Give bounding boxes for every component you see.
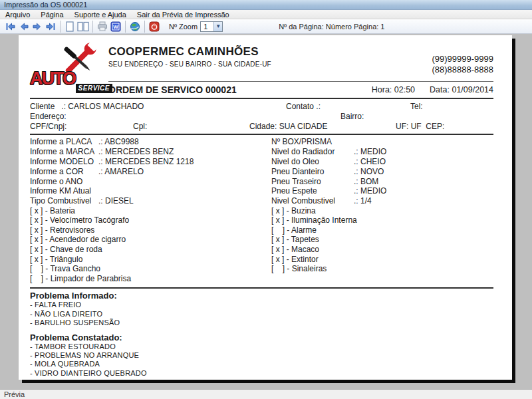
checklist-item: [ ] - Alarme: [271, 225, 493, 235]
zoom-select[interactable]: 1 ▼: [200, 21, 223, 32]
last-page-button[interactable]: [44, 21, 57, 33]
field-value: .: MERCEDES BENZ: [98, 147, 174, 156]
exit-preview-button[interactable]: [148, 21, 161, 33]
export-word-button[interactable]: W: [109, 21, 122, 33]
field-label: Nº BOX/PRISMA: [271, 137, 354, 146]
company-phone-2: (88)88888-8888: [432, 65, 493, 75]
preview-area: AUTO SERVICE COOPERMEC CAMINHÕES SEU END…: [0, 35, 532, 389]
menu-item-pagina[interactable]: Página: [41, 11, 63, 19]
order-time: Hora: 02:50: [372, 85, 415, 94]
window-titlebar[interactable]: Impressão da OS 000021: [0, 0, 532, 10]
divider: [30, 134, 493, 135]
checklist-item: [ ] - Trava Gancho: [30, 264, 271, 274]
print-button[interactable]: [96, 21, 109, 33]
order-date: Data: 01/09/2014: [430, 85, 493, 94]
first-page-button[interactable]: [4, 21, 17, 33]
printer-icon: [97, 21, 108, 31]
checklist-item: [ x ] - Iluminação Interna: [271, 215, 493, 225]
section-title: Problema Constatado:: [30, 332, 493, 342]
section-item: - MOLA QUEBRADA: [30, 360, 493, 368]
checklist-item: [ x ] - Bateria: [30, 206, 271, 216]
header-right: COOPERMEC CAMINHÕES SEU ENDEREÇO - SEU B…: [108, 40, 493, 98]
field-label: Nivel do Oleo: [271, 157, 354, 166]
document-page: AUTO SERVICE COOPERMEC CAMINHÕES SEU END…: [19, 35, 512, 380]
first-page-icon: [5, 22, 16, 31]
menu-item-arquivo[interactable]: Arquivo: [5, 11, 30, 19]
menu-bar: Arquivo Página Suporte e Ajuda Sair da P…: [0, 10, 532, 19]
company-phone-1: (99)99999-9999: [432, 54, 493, 65]
client-address: Endereço:: [30, 112, 66, 121]
field-value: .: 1/4: [354, 196, 372, 205]
client-cpl: Cpl:: [133, 122, 147, 131]
logo-text-auto: AUTO: [30, 68, 75, 89]
single-page-icon: [65, 21, 74, 32]
client-city: Cidade: SUA CIDADE: [249, 122, 327, 131]
field-value: .: CHEIO: [354, 157, 386, 166]
field-label: Informe o ANO: [30, 177, 98, 186]
prev-page-button[interactable]: [17, 21, 31, 33]
web-button[interactable]: [128, 21, 142, 33]
field-label: Pneu Espete: [271, 186, 354, 196]
divider: [30, 287, 493, 289]
status-text: Prévia: [4, 390, 25, 398]
divider: [30, 98, 493, 99]
window-title: Impressão da OS 000021: [4, 1, 87, 9]
checklist-item: [ x ] - Tapetes: [271, 235, 493, 245]
globe-icon: [130, 21, 140, 32]
toolbar-separator: [144, 21, 145, 33]
field-value: .: MEDIO: [354, 186, 386, 196]
section-item: - BARULHO SUSPENSÃO: [30, 319, 493, 327]
section-item: - PROBLEMAS NO ARRANQUE: [30, 351, 493, 360]
problema-informado-section: Problema Informado: - FALTA FREIO - NÃO …: [30, 291, 493, 327]
svg-text:W: W: [113, 24, 118, 30]
checklist-item: [ x ] - Buzina: [271, 206, 493, 216]
auto-service-logo: AUTO SERVICE: [30, 40, 108, 93]
problema-constatado-section: Problema Constatado: - TAMBOR ESTOURADO …: [30, 332, 493, 378]
checklist-item: [ x ] - Macaco: [271, 245, 493, 255]
single-page-view-button[interactable]: [63, 21, 76, 33]
next-page-button[interactable]: [31, 21, 44, 33]
exit-icon: [149, 21, 160, 32]
checklist-item: [ x ] - Retrovisores: [30, 225, 271, 235]
section-item: - VIDRO DIANTEIRO QUEBRADO: [30, 369, 493, 378]
client-tel: Tel:: [410, 102, 423, 111]
company-name: COOPERMEC CAMINHÕES: [108, 45, 271, 59]
client-contact: Contato .:: [286, 102, 321, 111]
checklist-section: [ x ] - Bateria [ x ] - Velocímetro Tacó…: [30, 206, 493, 284]
section-item: - NÃO LIGA DIREITO: [30, 310, 493, 319]
field-label: Nivel do Radiador: [271, 147, 354, 156]
field-label: Nivel Combustivel: [271, 196, 354, 205]
logo-text-service: SERVICE: [76, 84, 112, 93]
field-label: Pneu Dianteiro: [271, 167, 354, 176]
zoom-label: Nº Zoom: [169, 23, 198, 31]
client-district: Bairro:: [340, 112, 364, 121]
checklist-item: [ x ] - Extintor: [271, 255, 493, 265]
zoom-value: 1: [201, 23, 213, 31]
section-item: - TAMBOR ESTOURADO: [30, 342, 493, 351]
client-uf-cep: UF: UF CEP:: [396, 122, 444, 131]
checklist-item: [ ] - Sinaleiras: [271, 264, 493, 274]
toolbar: W Nº Zoom 1 ▼ Nº da Página: Número Págin…: [0, 19, 532, 34]
next-page-icon: [32, 22, 43, 31]
field-value: .: NOVO: [354, 167, 384, 176]
field-label: Tipo Combustivel: [30, 196, 98, 205]
menu-item-suporte[interactable]: Suporte e Ajuda: [74, 11, 126, 19]
field-value: .: AMARELO: [98, 167, 144, 176]
checklist-item: [ ] - Limpador de Parabrisa: [30, 274, 271, 284]
document-header: AUTO SERVICE COOPERMEC CAMINHÕES SEU END…: [30, 40, 493, 98]
field-value: .: DIESEL: [98, 196, 134, 205]
word-icon: W: [110, 21, 121, 32]
checklist-item: [ x ] - Triângulo: [30, 255, 271, 265]
client-section: Cliente .: CARLOS MACHADO Contato .: Tel…: [30, 102, 493, 132]
toolbar-separator: [60, 21, 61, 33]
field-label: Pneu Traseiro: [271, 177, 354, 186]
two-pages-icon: [77, 21, 89, 32]
menu-item-sair-previa[interactable]: Sair da Prévia de Impressão: [137, 11, 229, 19]
field-value: .: BOM: [354, 177, 378, 186]
client-cpf: CPF/Cnpj:: [30, 122, 66, 131]
toolbar-separator: [92, 21, 93, 33]
two-page-view-button[interactable]: [76, 21, 90, 33]
status-bar: Prévia: [0, 389, 532, 399]
prev-page-icon: [19, 22, 29, 31]
client-name: Cliente .: CARLOS MACHADO: [30, 102, 144, 111]
